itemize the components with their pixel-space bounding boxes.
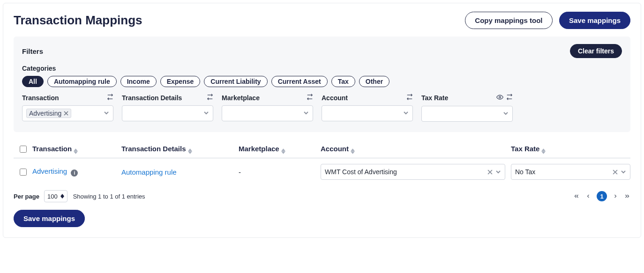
row-transaction-details-link[interactable]: Automapping rule (121, 168, 177, 176)
remove-tag-icon[interactable] (64, 111, 68, 116)
current-page[interactable]: 1 (597, 191, 607, 201)
save-mappings-button[interactable]: Save mappings (559, 12, 630, 29)
sort-icon[interactable] (74, 148, 78, 154)
row-account-value: WMT Cost of Advertising (325, 168, 397, 176)
clear-icon[interactable] (487, 170, 493, 175)
filters-panel: Filters Clear filters Categories All Aut… (14, 37, 630, 132)
save-mappings-button-bottom[interactable]: Save mappings (14, 210, 85, 227)
chip-current-liability[interactable]: Current Liability (204, 76, 267, 87)
swap-icon[interactable] (406, 94, 413, 102)
th-transaction-details[interactable]: Transaction Details (121, 145, 186, 153)
chip-expense[interactable]: Expense (160, 76, 201, 87)
info-icon[interactable]: i (71, 170, 78, 177)
filter-marketplace-select[interactable] (222, 105, 313, 121)
chip-automapping-rule[interactable]: Automapping rule (47, 76, 117, 87)
per-page-label: Per page (14, 193, 39, 200)
swap-icon[interactable] (207, 94, 213, 102)
sort-icon[interactable] (541, 148, 546, 154)
filter-tax-rate-select[interactable] (421, 106, 513, 122)
first-page-icon[interactable] (573, 193, 580, 199)
chevron-down-icon (403, 109, 409, 118)
swap-icon[interactable] (307, 94, 313, 102)
entries-count: Showing 1 to 1 of 1 entries (73, 193, 145, 200)
category-chips: All Automapping rule Income Expense Curr… (22, 76, 622, 87)
swap-icon[interactable] (107, 94, 113, 102)
row-checkbox[interactable] (20, 169, 27, 176)
chevron-down-icon[interactable] (621, 169, 626, 175)
copy-mappings-button[interactable]: Copy mappings tool (465, 12, 552, 29)
chip-income[interactable]: Income (120, 76, 157, 87)
clear-icon[interactable] (613, 170, 618, 175)
row-account-select[interactable]: WMT Cost of Advertising (321, 164, 505, 180)
chip-current-asset[interactable]: Current Asset (271, 76, 328, 87)
filter-transaction-details-select[interactable] (122, 105, 213, 121)
categories-label: Categories (22, 65, 622, 72)
filter-account-select[interactable] (322, 105, 413, 121)
chip-other[interactable]: Other (359, 76, 389, 87)
sort-icon[interactable] (281, 148, 285, 154)
chevron-down-icon (203, 109, 209, 118)
filter-tax-rate-label: Tax Rate (421, 94, 448, 102)
filters-label: Filters (22, 47, 43, 55)
page-title: Transaction Mappings (14, 13, 142, 28)
select-all-checkbox[interactable] (20, 146, 27, 153)
row-tax-value: No Tax (515, 168, 535, 176)
sort-icon[interactable] (188, 148, 192, 154)
th-marketplace[interactable]: Marketplace (239, 145, 279, 153)
row-marketplace: - (239, 168, 241, 176)
chevron-down-icon (104, 109, 109, 118)
table-row: Advertising i Automapping rule - WMT Cos… (14, 158, 630, 185)
row-tax-rate-select[interactable]: No Tax (511, 164, 630, 180)
sort-icon (60, 194, 64, 199)
filter-transaction-select[interactable]: Advertising (22, 105, 113, 121)
swap-icon[interactable] (506, 94, 513, 102)
th-tax-rate[interactable]: Tax Rate (511, 145, 539, 153)
chevron-down-icon (303, 109, 309, 118)
last-page-icon[interactable] (624, 193, 630, 199)
filter-account-label: Account (322, 94, 348, 102)
th-account[interactable]: Account (321, 145, 349, 153)
filter-marketplace-label: Marketplace (222, 94, 260, 102)
chip-all[interactable]: All (22, 76, 44, 87)
clear-filters-button[interactable]: Clear filters (570, 44, 622, 58)
filter-transaction-details-label: Transaction Details (122, 94, 182, 102)
chip-tax[interactable]: Tax (331, 76, 355, 87)
chevron-down-icon (503, 110, 509, 118)
chevron-down-icon[interactable] (495, 169, 501, 175)
th-transaction[interactable]: Transaction (32, 145, 72, 153)
svg-point-0 (499, 96, 501, 98)
filter-tag-advertising: Advertising (26, 109, 71, 118)
row-transaction-link[interactable]: Advertising (32, 167, 67, 175)
prev-page-icon[interactable] (585, 193, 591, 199)
next-page-icon[interactable] (613, 193, 618, 199)
per-page-select[interactable]: 100 (44, 190, 67, 202)
eye-icon[interactable] (496, 94, 503, 102)
filter-transaction-label: Transaction (22, 94, 59, 102)
pagination: 1 (573, 191, 630, 201)
sort-icon[interactable] (351, 148, 355, 154)
